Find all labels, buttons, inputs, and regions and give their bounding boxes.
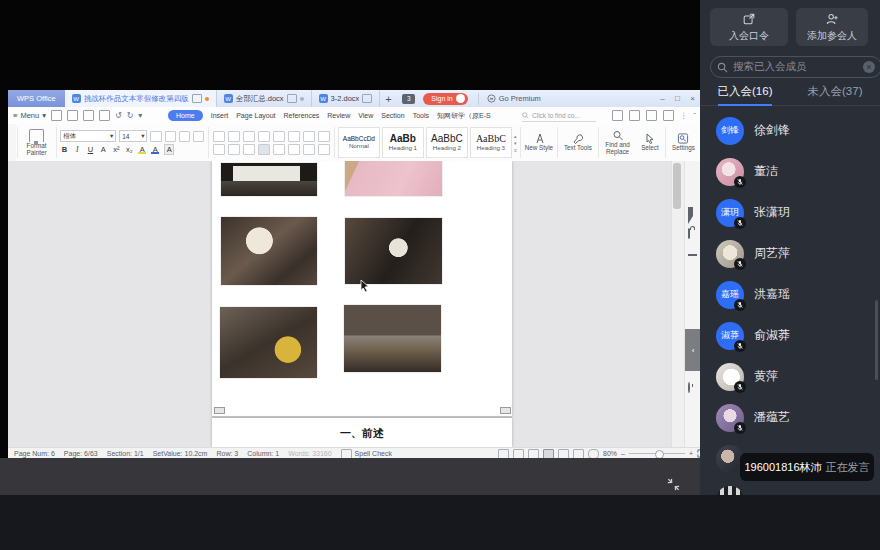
- outline-icon[interactable]: [688, 251, 697, 260]
- ribbon-search[interactable]: Click to find co...: [522, 110, 596, 122]
- search-participants-input[interactable]: 搜索已入会成员 ×: [710, 56, 880, 78]
- find-replace-button[interactable]: Find and Replace: [599, 124, 635, 161]
- status-section[interactable]: Section: 1/1: [107, 450, 144, 457]
- meeting-code-button[interactable]: 入会口令: [710, 8, 788, 46]
- qr-code-icon[interactable]: [688, 409, 697, 418]
- status-words[interactable]: Words: 33160: [288, 450, 331, 457]
- borders-icon[interactable]: [318, 144, 330, 155]
- save-icon[interactable]: [67, 110, 78, 121]
- tab-insert[interactable]: Insert: [211, 112, 229, 119]
- doc-tab[interactable]: W 全部汇总.docx: [217, 90, 312, 107]
- zoom-out-button[interactable]: –: [621, 450, 625, 457]
- redo-icon[interactable]: ↻: [127, 111, 134, 120]
- view-mode-icon[interactable]: [498, 449, 509, 459]
- participant-row[interactable]: 淑莽 俞淑莽: [700, 315, 880, 356]
- increase-indent-icon[interactable]: [258, 131, 270, 142]
- history-icon[interactable]: [646, 110, 657, 121]
- status-page[interactable]: Page: 6/63: [64, 450, 98, 457]
- tab-not-joined[interactable]: 未入会(37): [790, 84, 880, 105]
- tab-cnki[interactable]: 知网研学（原E-S: [437, 111, 491, 121]
- add-participant-button[interactable]: 添加参会人: [796, 8, 868, 46]
- shading-icon[interactable]: [303, 144, 315, 155]
- participant-row[interactable]: 董洁: [700, 151, 880, 192]
- two-page-view-icon[interactable]: [528, 449, 539, 459]
- style-normal[interactable]: AaBbCcDd Normal: [338, 127, 380, 158]
- document-scrollbar-thumb[interactable]: [673, 163, 681, 209]
- strikethrough-button[interactable]: A: [99, 145, 107, 154]
- sort-icon[interactable]: [288, 131, 300, 142]
- text-tools-button[interactable]: Text Tools: [559, 124, 597, 161]
- clear-search-icon[interactable]: ×: [863, 61, 875, 73]
- print-icon[interactable]: [83, 110, 94, 121]
- style-heading2[interactable]: AaBbC Heading 2: [426, 127, 468, 158]
- tab-page-layout[interactable]: Page Layout: [236, 112, 275, 119]
- comment-icon[interactable]: [287, 94, 297, 103]
- wps-app-button[interactable]: WPS Office: [8, 90, 65, 107]
- close-tab-dot-icon[interactable]: [300, 97, 304, 101]
- tab-tools[interactable]: Tools: [413, 112, 429, 119]
- collapse-ribbon-icon[interactable]: ˆ: [694, 111, 697, 120]
- style-heading1[interactable]: AaBb Heading 1: [382, 127, 424, 158]
- lock-icon[interactable]: [688, 229, 697, 238]
- document-area[interactable]: 一、前述 ‹: [8, 161, 700, 447]
- participant-row[interactable]: 黄萍: [700, 356, 880, 397]
- status-column[interactable]: Column: 1: [247, 450, 279, 457]
- menu-button[interactable]: ≡ Menu ▾: [13, 111, 46, 120]
- style-heading3[interactable]: AaBbC Heading 3: [470, 127, 512, 158]
- participant-row[interactable]: 潇玥 张潇玥: [700, 192, 880, 233]
- char-scale-icon[interactable]: [303, 131, 315, 142]
- grow-font-icon[interactable]: [150, 131, 161, 142]
- tab-list-button[interactable]: 3: [402, 94, 415, 104]
- italic-button[interactable]: I: [73, 145, 81, 154]
- more-menu-icon[interactable]: ⋮: [680, 111, 688, 120]
- line-spacing-icon[interactable]: [288, 144, 300, 155]
- upload-icon[interactable]: [629, 110, 640, 121]
- open-icon[interactable]: [51, 110, 62, 121]
- underline-button[interactable]: U: [86, 145, 94, 154]
- eye-protect-icon[interactable]: [588, 449, 599, 459]
- status-row[interactable]: Row: 3: [216, 450, 238, 457]
- restore-button[interactable]: □: [670, 90, 685, 107]
- spell-check-button[interactable]: Spell Check: [341, 449, 392, 459]
- participant-row[interactable]: 嘉瑶 洪嘉瑶: [700, 274, 880, 315]
- participant-row[interactable]: [700, 479, 880, 495]
- align-center-icon[interactable]: [228, 144, 240, 155]
- settings-button-wps[interactable]: Settings: [667, 124, 700, 161]
- share-doc-icon[interactable]: [612, 110, 623, 121]
- comment-icon[interactable]: [362, 94, 372, 103]
- doc-tab[interactable]: W 3-2.docx: [312, 90, 381, 107]
- subscript-button[interactable]: x₂: [125, 145, 133, 154]
- styles-scroll[interactable]: ▴▾≡: [514, 133, 517, 153]
- doc-tab-active[interactable]: W 挑战杯作品文本寒假修改第四版: [65, 90, 217, 107]
- sidebar-collapse-handle[interactable]: ‹: [685, 329, 700, 371]
- select-tool-icon[interactable]: [688, 207, 697, 216]
- tab-review[interactable]: Review: [327, 112, 350, 119]
- status-page-num[interactable]: Page Num: 6: [14, 450, 55, 457]
- decrease-indent-icon[interactable]: [243, 131, 255, 142]
- superscript-button[interactable]: x²: [112, 145, 120, 154]
- paste-strip[interactable]: [8, 124, 16, 161]
- bold-button[interactable]: B: [60, 145, 68, 154]
- comment-icon[interactable]: [192, 94, 202, 103]
- table-icon[interactable]: [318, 131, 330, 142]
- highlight-button[interactable]: A: [138, 145, 146, 154]
- minimize-button[interactable]: –: [655, 90, 670, 107]
- text-direction-icon[interactable]: [273, 131, 285, 142]
- clear-format-icon[interactable]: [179, 131, 190, 142]
- panel-scrollbar-thumb[interactable]: [875, 300, 878, 380]
- tab-section[interactable]: Section: [381, 112, 404, 119]
- zoom-in-button[interactable]: +: [689, 450, 693, 457]
- zoom-slider[interactable]: [629, 453, 685, 454]
- more-quick-icon[interactable]: ▾: [138, 111, 142, 120]
- numbering-icon[interactable]: [228, 131, 240, 142]
- outline-view-icon[interactable]: [558, 449, 569, 459]
- participant-row[interactable]: 周艺萍: [700, 233, 880, 274]
- align-right-icon[interactable]: [243, 144, 255, 155]
- shrink-font-icon[interactable]: [165, 131, 176, 142]
- format-painter-button[interactable]: Format Painter: [18, 124, 54, 161]
- new-tab-button[interactable]: +: [380, 90, 396, 107]
- close-button[interactable]: ×: [685, 90, 700, 107]
- font-size-select[interactable]: 14▾: [119, 130, 147, 142]
- select-button[interactable]: Select: [636, 124, 665, 161]
- text-effects-icon[interactable]: [193, 131, 204, 142]
